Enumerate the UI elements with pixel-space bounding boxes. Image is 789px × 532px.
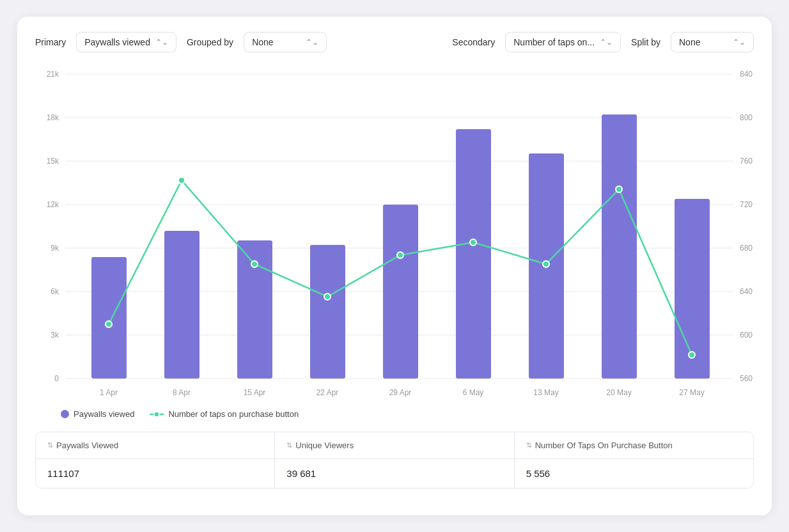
bar-22-apr [310,245,345,379]
y-label-0: 0 [54,374,59,383]
y-right-label-800: 800 [740,113,753,122]
primary-value: Paywalls viewed [84,37,150,47]
y-label-15k: 15k [47,157,59,166]
split-by-chevron-icon: ⌃⌄ [733,38,746,47]
x-label-22apr: 22 Apr [316,388,339,397]
chart-area: 0 3k 6k 9k 12k 15k 18k 21k [35,65,754,404]
y-label-18k: 18k [47,113,59,122]
bar-29-apr [383,205,418,379]
header-label-unique: Unique Viewers [295,441,354,450]
x-label-13may: 13 May [533,388,558,397]
primary-label: Primary [35,37,66,47]
line-dot-9 [689,352,695,358]
x-label-15apr: 15 Apr [244,388,266,397]
line-dot-5 [397,252,403,258]
table-cell-unique-viewers: 39 681 [275,459,514,488]
secondary-select[interactable]: Number of taps on... ⌃⌄ [505,32,621,52]
table-cell-taps: 5 556 [515,459,753,488]
legend-bar-label: Paywalls viewed [74,409,134,419]
bars [91,114,710,379]
line-dot-1 [105,321,112,327]
split-by-select[interactable]: None ⌃⌄ [671,32,754,52]
y-right-label-560: 560 [740,374,753,383]
y-right-label-640: 640 [740,287,753,296]
bar-8-apr [164,231,199,379]
grouped-by-value: None [252,37,273,47]
main-card: Primary Paywalls viewed ⌃⌄ Grouped by No… [17,17,772,515]
y-right-label-840: 840 [740,70,753,79]
line-dot-6 [470,239,476,246]
y-label-12k: 12k [47,200,59,209]
primary-chevron-icon: ⌃⌄ [155,38,168,47]
x-label-29apr: 29 Apr [389,388,412,397]
y-right-label-720: 720 [740,200,753,209]
table-data-row: 111107 39 681 5 556 [36,459,753,488]
grouped-by-select[interactable]: None ⌃⌄ [244,32,327,52]
x-label-1apr: 1 Apr [100,388,118,397]
split-by-value: None [679,37,700,47]
table-header-unique-viewers[interactable]: ⇅ Unique Viewers [275,432,514,458]
legend-line-label: Number of taps on purchase button [168,409,299,419]
sort-icon-unique: ⇅ [286,441,292,450]
sort-icon-paywalls: ⇅ [47,441,53,450]
line-dot-2 [178,177,185,184]
split-by-label: Split by [631,37,660,47]
secondary-chevron-icon: ⌃⌄ [600,38,613,47]
bar-20-may [602,114,637,379]
y-right-label-600: 600 [740,331,753,340]
legend-line-item: Number of taps on purchase button [150,409,299,419]
x-axis: 1 Apr 8 Apr 15 Apr 22 Apr 29 Apr 6 May 1… [100,388,705,397]
line-dot-7 [543,261,549,267]
sort-icon-taps: ⇅ [526,441,532,450]
x-label-20may: 20 May [606,388,631,397]
y-label-9k: 9k [51,244,59,253]
x-label-6may: 6 May [463,388,484,397]
header-label-taps: Number Of Taps On Purchase Button [535,441,673,450]
right-axis: 840 800 760 720 680 640 600 560 [740,70,753,383]
grouped-by-label: Grouped by [187,37,233,47]
chart-svg: 0 3k 6k 9k 12k 15k 18k 21k [35,65,754,404]
legend-bar-icon [61,410,69,418]
line-dot-8 [616,186,622,192]
header-label-paywalls: Paywalls Viewed [56,441,118,450]
controls-row: Primary Paywalls viewed ⌃⌄ Grouped by No… [35,32,754,52]
chart-legend: Paywalls viewed Number of taps on purcha… [35,409,754,419]
y-label-21k: 21k [47,70,59,79]
x-label-8apr: 8 Apr [173,388,191,397]
primary-select[interactable]: Paywalls viewed ⌃⌄ [76,32,176,52]
line-dot-4 [324,293,331,300]
table-cell-paywalls-viewed: 111107 [36,459,275,488]
y-label-6k: 6k [51,287,59,296]
secondary-value: Number of taps on... [513,37,595,47]
bar-6-may [456,129,491,379]
table-header-row: ⇅ Paywalls Viewed ⇅ Unique Viewers ⇅ Num… [36,432,753,459]
svg-point-1 [154,412,159,417]
grouped-by-chevron-icon: ⌃⌄ [306,38,318,47]
y-right-label-760: 760 [740,157,753,166]
x-label-27may: 27 May [679,388,704,397]
data-table: ⇅ Paywalls Viewed ⇅ Unique Viewers ⇅ Num… [35,432,754,489]
line-dot-3 [251,261,258,267]
legend-bar-item: Paywalls viewed [61,409,134,419]
table-header-taps[interactable]: ⇅ Number Of Taps On Purchase Button [515,432,753,458]
legend-line-icon [150,411,164,418]
y-right-label-680: 680 [740,244,753,253]
bar-1-apr [91,257,127,379]
secondary-label: Secondary [452,37,495,47]
table-header-paywalls-viewed[interactable]: ⇅ Paywalls Viewed [36,432,275,458]
y-label-3k: 3k [51,331,59,340]
